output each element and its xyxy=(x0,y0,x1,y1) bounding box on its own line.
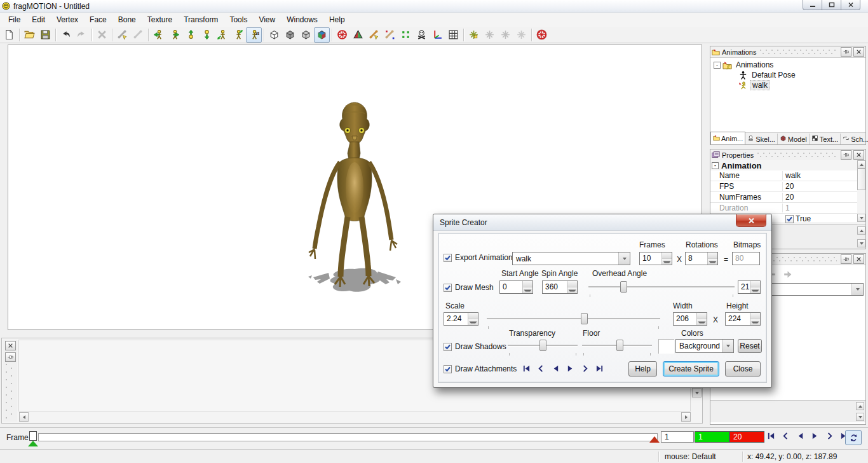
properties-section-header[interactable]: -Animation xyxy=(710,160,857,170)
scroll-left-icon[interactable] xyxy=(681,412,691,422)
color-swatch[interactable] xyxy=(658,339,674,354)
overhead-angle-slider[interactable] xyxy=(588,280,735,294)
spin-down-icon[interactable] xyxy=(750,287,760,293)
menu-vertex[interactable]: Vertex xyxy=(51,13,84,26)
wheel-circle-icon[interactable] xyxy=(534,27,550,43)
vertex-dots-icon[interactable] xyxy=(398,27,414,43)
floor-slider[interactable] xyxy=(582,339,652,352)
pin-icon[interactable] xyxy=(841,254,851,264)
spin-down-icon[interactable] xyxy=(567,287,577,293)
last-frame-button[interactable] xyxy=(593,363,606,373)
tree-item-walk[interactable]: walk xyxy=(712,80,865,90)
scroll-up-icon[interactable] xyxy=(856,402,864,410)
menu-windows[interactable]: Windows xyxy=(281,13,323,26)
first-frame-button[interactable] xyxy=(765,431,777,441)
close-panel-icon[interactable] xyxy=(853,254,864,264)
minimize-button[interactable] xyxy=(803,0,822,10)
range-start-field[interactable]: 1 xyxy=(695,431,729,443)
property-row-name[interactable]: Namewalk xyxy=(710,170,857,181)
spin-angle-spinner[interactable]: 360 xyxy=(542,280,578,294)
next-key-frame-button[interactable] xyxy=(579,363,591,373)
scroll-left-icon[interactable] xyxy=(19,412,29,422)
frames-spinner[interactable]: 10 xyxy=(639,252,672,265)
range-end-field[interactable]: 20 xyxy=(729,431,764,443)
menu-face[interactable]: Face xyxy=(84,13,112,26)
menu-bone[interactable]: Bone xyxy=(112,13,142,26)
first-frame-button[interactable] xyxy=(520,363,532,373)
close-panel-icon[interactable] xyxy=(853,47,864,57)
spin-up-icon[interactable] xyxy=(708,252,717,259)
pin-icon[interactable] xyxy=(5,352,16,362)
dialog-title-bar[interactable]: Sprite Creator xyxy=(433,214,771,231)
menu-transform[interactable]: Transform xyxy=(178,13,224,26)
spin-up-icon[interactable] xyxy=(523,281,532,287)
move-right-icon[interactable] xyxy=(166,27,182,43)
close-panel-icon[interactable] xyxy=(5,341,16,350)
scroll-down-icon[interactable] xyxy=(857,214,865,222)
move-down-icon[interactable] xyxy=(198,27,214,43)
save-file-icon[interactable] xyxy=(37,27,53,43)
section-expander-icon[interactable]: - xyxy=(712,162,719,169)
tab-skel[interactable]: Skel... xyxy=(745,134,778,144)
help-button[interactable]: Help xyxy=(628,361,657,377)
overhead-angle-spinner[interactable]: 21 xyxy=(738,280,761,294)
menu-file[interactable]: File xyxy=(3,13,26,26)
spin-down-icon[interactable] xyxy=(662,259,672,265)
scroll-down-icon[interactable] xyxy=(692,388,702,397)
menu-edit[interactable]: Edit xyxy=(26,13,51,26)
texture-mode-icon[interactable] xyxy=(350,27,366,43)
bone-color-icon[interactable] xyxy=(366,27,382,43)
render-flat-icon[interactable] xyxy=(282,27,298,43)
dialog-close-button[interactable] xyxy=(736,214,766,227)
spin-down-icon[interactable] xyxy=(708,259,717,265)
spin-down-icon[interactable] xyxy=(750,319,760,325)
move-up-icon[interactable] xyxy=(182,27,198,43)
scroll-up-icon[interactable] xyxy=(857,160,865,169)
animation-select-combobox[interactable]: walk xyxy=(512,252,630,265)
wheel-icon[interactable] xyxy=(334,27,350,43)
frame-slider-thumb[interactable] xyxy=(29,431,37,441)
spin-up-icon[interactable] xyxy=(750,313,760,319)
frame-track[interactable] xyxy=(38,433,658,441)
open-file-icon[interactable] xyxy=(22,27,37,43)
prev-key-frame-button[interactable] xyxy=(535,363,547,373)
undo-icon[interactable] xyxy=(58,27,74,43)
colors-combobox[interactable]: Background xyxy=(675,339,734,353)
menu-view[interactable]: View xyxy=(253,13,281,26)
pin-icon[interactable] xyxy=(841,150,851,160)
tab-text[interactable]: Text... xyxy=(810,134,841,144)
property-value[interactable]: 20 xyxy=(783,182,857,191)
spin-down-icon[interactable] xyxy=(697,319,707,325)
draw-shadows-checkbox[interactable]: Draw Shadows xyxy=(444,342,506,351)
spin-down-icon[interactable] xyxy=(523,287,532,293)
grid-icon[interactable] xyxy=(445,27,461,43)
tab-sch[interactable]: Sch... xyxy=(841,134,868,144)
current-frame-field[interactable]: 1 xyxy=(661,431,694,443)
panel-grip[interactable] xyxy=(757,153,837,157)
prev-key-frame-button[interactable] xyxy=(780,431,792,441)
start-angle-spinner[interactable]: 0 xyxy=(499,280,533,294)
scrollbar-thumb[interactable] xyxy=(857,169,865,190)
tree-expander-icon[interactable]: - xyxy=(714,62,721,69)
move-out-icon[interactable] xyxy=(230,27,246,43)
scroll-up-icon[interactable] xyxy=(857,226,865,235)
skeleton-icon[interactable] xyxy=(414,27,430,43)
export-animation-checkbox[interactable]: Export Animation xyxy=(444,253,513,262)
snap-active-icon[interactable] xyxy=(466,27,482,43)
height-spinner[interactable]: 224 xyxy=(725,312,761,326)
render-wireframe-icon[interactable] xyxy=(266,27,282,43)
tab-model[interactable]: Model xyxy=(778,134,810,144)
spin-up-icon[interactable] xyxy=(662,252,672,259)
transparency-slider[interactable] xyxy=(508,339,578,352)
width-spinner[interactable]: 206 xyxy=(673,312,707,326)
move-left-icon[interactable] xyxy=(151,27,166,43)
spin-down-icon[interactable] xyxy=(468,319,478,325)
menu-tools[interactable]: Tools xyxy=(224,13,253,26)
scroll-down-icon[interactable] xyxy=(857,239,865,247)
render-smooth-icon[interactable] xyxy=(298,27,314,43)
draw-mesh-checkbox[interactable]: Draw Mesh xyxy=(444,283,494,292)
panel-grip[interactable] xyxy=(6,364,13,419)
panel-grip[interactable] xyxy=(760,50,837,54)
bone-edit-icon[interactable] xyxy=(114,27,130,43)
property-row-numframes[interactable]: NumFrames20 xyxy=(710,192,857,203)
